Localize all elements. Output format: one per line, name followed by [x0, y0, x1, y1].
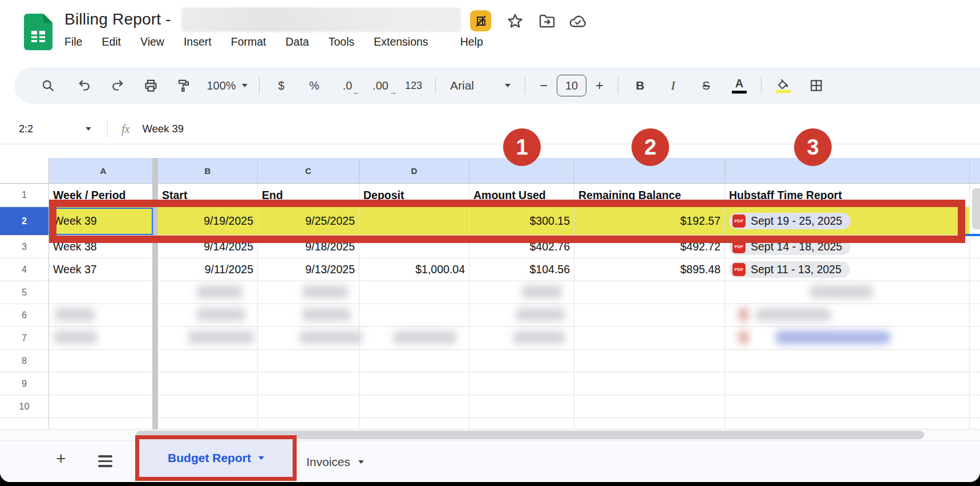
cell[interactable]: [725, 304, 970, 327]
cell[interactable]: [725, 327, 970, 350]
cell[interactable]: [469, 327, 574, 350]
cell[interactable]: [725, 372, 970, 395]
cell[interactable]: [970, 327, 980, 350]
vertical-scrollbar-thumb[interactable]: [972, 188, 980, 229]
cell[interactable]: [258, 372, 359, 395]
cell[interactable]: [574, 281, 725, 304]
decrease-font-size-button[interactable]: −: [531, 78, 557, 94]
cell[interactable]: [158, 350, 258, 372]
row-header-2[interactable]: 2: [0, 207, 49, 236]
print-icon[interactable]: [134, 73, 167, 98]
cell[interactable]: [359, 327, 469, 350]
cell[interactable]: [970, 304, 980, 327]
cell[interactable]: [970, 350, 980, 372]
all-sheets-menu-icon[interactable]: [98, 455, 112, 467]
add-sheet-button[interactable]: +: [56, 449, 66, 468]
undo-icon[interactable]: [68, 73, 101, 98]
cell[interactable]: [970, 281, 980, 304]
menu-format[interactable]: Format: [231, 35, 266, 48]
cell-g4[interactable]: PDF Sept 11 - 13, 2025: [725, 258, 970, 281]
decrease-decimal-button[interactable]: .0←: [331, 73, 364, 98]
menu-insert[interactable]: Insert: [184, 35, 212, 48]
column-header-g[interactable]: [725, 158, 970, 184]
cell-b4[interactable]: 9/11/2025: [158, 258, 258, 281]
cell[interactable]: [469, 281, 574, 304]
menu-tools[interactable]: Tools: [329, 35, 355, 48]
cell-h4[interactable]: [970, 258, 980, 281]
borders-button[interactable]: [800, 73, 833, 98]
cell[interactable]: [359, 350, 469, 372]
column-header-b[interactable]: B: [158, 158, 258, 184]
format-percent-button[interactable]: %: [298, 73, 331, 98]
cell[interactable]: [574, 350, 725, 372]
cell[interactable]: [970, 418, 980, 430]
cell[interactable]: [574, 395, 725, 418]
cell[interactable]: [574, 372, 725, 395]
cell[interactable]: [725, 418, 970, 430]
cell-c4[interactable]: 9/13/2025: [258, 258, 359, 281]
select-all-corner[interactable]: [0, 158, 49, 184]
cell-h3[interactable]: [970, 236, 980, 258]
paint-format-icon[interactable]: [167, 73, 200, 98]
row-header-1[interactable]: 1: [0, 184, 49, 207]
redo-icon[interactable]: [101, 73, 134, 98]
cell[interactable]: [49, 418, 158, 430]
row-header-5[interactable]: 5: [0, 281, 49, 304]
cell[interactable]: [469, 372, 574, 395]
cell[interactable]: [49, 281, 158, 304]
menu-file[interactable]: File: [64, 35, 82, 48]
formula-input[interactable]: Week 39: [142, 123, 184, 135]
cell[interactable]: [574, 304, 725, 327]
pdf-link-chip[interactable]: PDF Sept 11 - 13, 2025: [729, 261, 850, 278]
row-header-10[interactable]: 10: [0, 395, 49, 418]
cell[interactable]: [574, 327, 725, 350]
frozen-column-divider[interactable]: [152, 158, 158, 430]
menu-help[interactable]: Help: [460, 35, 483, 48]
menu-extensions[interactable]: Extensions: [374, 35, 428, 48]
cell[interactable]: [469, 395, 574, 418]
format-currency-button[interactable]: $: [265, 73, 298, 98]
menu-edit[interactable]: Edit: [102, 35, 121, 48]
cell[interactable]: [359, 372, 469, 395]
column-header-d[interactable]: D: [359, 158, 469, 184]
cell[interactable]: [158, 327, 258, 350]
column-header-h[interactable]: [970, 158, 980, 184]
cell[interactable]: [258, 327, 359, 350]
cell-e4[interactable]: $104.56: [469, 258, 574, 281]
row-header-11[interactable]: [0, 418, 49, 430]
cell[interactable]: [158, 418, 258, 430]
font-select[interactable]: Arial: [441, 79, 520, 92]
column-header-c[interactable]: C: [258, 158, 359, 184]
cell[interactable]: [469, 304, 574, 327]
cell[interactable]: [970, 372, 980, 395]
cell[interactable]: [49, 350, 158, 372]
cell[interactable]: [725, 350, 970, 372]
tab-budget-report[interactable]: Budget Report: [139, 439, 293, 477]
cell[interactable]: [574, 418, 725, 430]
increase-decimal-button[interactable]: .00→: [364, 73, 397, 98]
increase-font-size-button[interactable]: +: [586, 78, 613, 94]
cell[interactable]: [258, 395, 359, 418]
cell[interactable]: [49, 304, 158, 327]
cell[interactable]: [359, 418, 469, 430]
cell[interactable]: [158, 304, 258, 327]
cell[interactable]: [725, 395, 970, 418]
row-header-3[interactable]: 3: [0, 236, 49, 258]
row-header-6[interactable]: 6: [0, 304, 49, 327]
text-color-button[interactable]: A: [723, 73, 756, 98]
row-header-7[interactable]: 7: [0, 327, 49, 350]
move-to-folder-icon[interactable]: [537, 11, 557, 31]
sheets-logo-icon[interactable]: [24, 14, 52, 50]
italic-button[interactable]: I: [657, 73, 690, 98]
document-title[interactable]: Billing Report -: [64, 10, 171, 29]
cell[interactable]: [158, 372, 258, 395]
cell[interactable]: [158, 281, 258, 304]
zoom-select[interactable]: 100%: [200, 79, 254, 92]
bold-button[interactable]: B: [623, 73, 657, 98]
strikethrough-button[interactable]: S: [690, 73, 723, 98]
cell-f4[interactable]: $895.48: [574, 258, 725, 281]
star-icon[interactable]: [505, 11, 525, 31]
fill-color-button[interactable]: [767, 73, 800, 98]
menu-data[interactable]: Data: [286, 35, 309, 48]
row-header-4[interactable]: 4: [0, 258, 49, 281]
